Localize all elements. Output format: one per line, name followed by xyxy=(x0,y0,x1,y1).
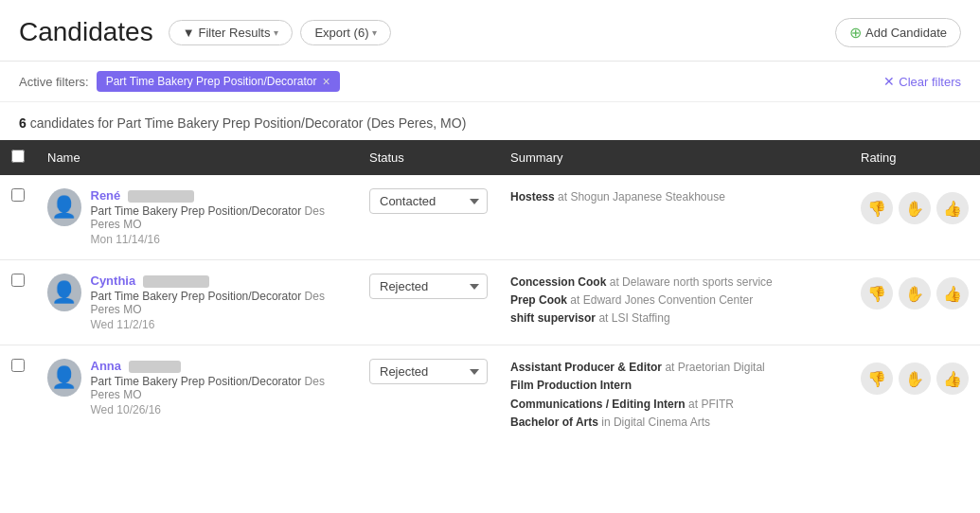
thumbs-up-button[interactable]: 👍 xyxy=(936,277,969,310)
summary-cell: Assistant Producer & Editor at Praetoria… xyxy=(499,345,849,445)
page-title: Candidates xyxy=(19,17,153,47)
person-icon: 👤 xyxy=(51,195,77,220)
th-summary: Summary xyxy=(499,140,849,175)
candidate-info: René Part Time Bakery Prep Position/Deco… xyxy=(91,188,347,246)
candidate-location: Des Peres MO xyxy=(91,204,325,231)
thumbs-down-button[interactable]: 👎 xyxy=(861,192,893,224)
rating-cell: 👎 ✋ 👍 xyxy=(849,175,980,260)
avatar: 👤 xyxy=(47,359,81,397)
candidate-cell: 👤 Cynthia Part Time Bakery Prep Position… xyxy=(36,260,358,345)
export-button[interactable]: Export (6) ▾ xyxy=(300,20,391,45)
table-row: 👤 Anna Part Time Bakery Prep Position/De… xyxy=(0,345,980,445)
status-cell: ContactedRejectedAppliedInterviewOfferHi… xyxy=(358,260,499,345)
filter-tag-remove-button[interactable]: × xyxy=(322,74,330,89)
page-header: Candidates ▼ Filter Results ▾ Export (6)… xyxy=(0,0,980,62)
summary-line: Bachelor of Arts in Digital Cinema Arts xyxy=(510,414,838,432)
results-count: 6 candidates for Part Time Bakery Prep P… xyxy=(0,102,980,140)
candidate-info: Cynthia Part Time Bakery Prep Position/D… xyxy=(91,274,347,331)
neutral-button[interactable]: ✋ xyxy=(899,192,931,224)
active-filter-tag: Part Time Bakery Prep Position/Decorator… xyxy=(97,71,340,92)
row-checkbox[interactable] xyxy=(11,188,25,202)
summary-job-title: Hostess xyxy=(510,190,555,203)
candidate-date: Mon 11/14/16 xyxy=(91,233,347,246)
row-checkbox[interactable] xyxy=(11,359,25,372)
candidates-table: Name Status Summary Rating 👤 René xyxy=(0,140,980,445)
filters-bar: Active filters: Part Time Bakery Prep Po… xyxy=(0,62,980,102)
candidate-position: Part Time Bakery Prep Position/Decorator… xyxy=(91,204,347,231)
neutral-button[interactable]: ✋ xyxy=(899,277,931,310)
th-name: Name xyxy=(36,140,358,175)
summary-company: Shogun Japanese Steakhouse xyxy=(570,190,724,203)
row-checkbox-cell xyxy=(0,260,36,345)
candidate-lastname-blur xyxy=(143,275,209,288)
candidate-name[interactable]: Cynthia xyxy=(91,274,347,288)
status-cell: ContactedRejectedAppliedInterviewOfferHi… xyxy=(358,345,499,445)
candidate-name[interactable]: Anna xyxy=(91,359,347,373)
candidate-lastname-blur xyxy=(128,190,194,203)
candidate-position: Part Time Bakery Prep Position/Decorator… xyxy=(91,290,347,316)
table-row: 👤 Cynthia Part Time Bakery Prep Position… xyxy=(0,260,980,345)
chevron-down-icon: ▾ xyxy=(372,27,377,38)
candidate-info: Anna Part Time Bakery Prep Position/Deco… xyxy=(91,359,347,416)
add-candidate-button[interactable]: ⊕ Add Candidate xyxy=(835,18,961,47)
person-icon: 👤 xyxy=(51,365,77,390)
status-select[interactable]: ContactedRejectedAppliedInterviewOfferHi… xyxy=(369,274,488,299)
th-checkbox xyxy=(0,140,36,175)
candidate-lastname-blur xyxy=(129,361,181,373)
thumbs-up-button[interactable]: 👍 xyxy=(936,192,969,224)
candidate-name[interactable]: René xyxy=(91,188,347,203)
candidate-location: Des Peres MO xyxy=(91,290,325,316)
table-header-row: Name Status Summary Rating xyxy=(0,140,980,175)
status-select[interactable]: ContactedRejectedAppliedInterviewOfferHi… xyxy=(369,359,488,384)
row-checkbox-cell xyxy=(0,175,36,260)
candidate-cell: 👤 René Part Time Bakery Prep Position/De… xyxy=(36,175,358,260)
candidate-cell: 👤 Anna Part Time Bakery Prep Position/De… xyxy=(36,345,358,445)
clear-x-icon: ✕ xyxy=(883,74,895,89)
candidate-date: Wed 11/2/16 xyxy=(91,318,347,331)
chevron-down-icon: ▾ xyxy=(274,27,278,38)
candidate-position: Part Time Bakery Prep Position/Decorator… xyxy=(91,375,347,401)
summary-line: Prep Cook at Edward Jones Convention Cen… xyxy=(510,292,838,310)
row-checkbox[interactable] xyxy=(11,274,25,287)
thumbs-down-button[interactable]: 👎 xyxy=(861,363,893,395)
status-cell: ContactedRejectedAppliedInterviewOfferHi… xyxy=(358,175,499,260)
candidate-location: Des Peres MO xyxy=(91,375,325,401)
th-rating: Rating xyxy=(849,140,980,175)
th-status: Status xyxy=(358,140,499,175)
summary-line: Assistant Producer & Editor at Praetoria… xyxy=(510,359,838,377)
avatar: 👤 xyxy=(47,274,81,311)
filter-tag-text: Part Time Bakery Prep Position/Decorator xyxy=(106,75,317,88)
clear-filters-button[interactable]: ✕ Clear filters xyxy=(883,74,961,89)
plus-icon: ⊕ xyxy=(849,24,862,42)
summary-cell: Concession Cook at Delaware north sports… xyxy=(499,260,849,345)
summary-line: Communications / Editing Intern at PFITR xyxy=(510,396,838,414)
summary-line: shift supervisor at LSI Staffing xyxy=(510,310,838,327)
filters-label: Active filters: xyxy=(19,75,89,89)
table-row: 👤 René Part Time Bakery Prep Position/De… xyxy=(0,175,980,260)
summary-cell: Hostess at Shogun Japanese Steakhouse xyxy=(499,175,849,260)
rating-cell: 👎 ✋ 👍 xyxy=(849,345,980,445)
candidate-date: Wed 10/26/16 xyxy=(91,403,347,416)
avatar: 👤 xyxy=(47,188,81,226)
thumbs-down-button[interactable]: 👎 xyxy=(861,277,893,310)
select-all-checkbox[interactable] xyxy=(11,150,25,163)
summary-line: Concession Cook at Delaware north sports… xyxy=(510,274,838,292)
filter-results-button[interactable]: ▼ Filter Results ▾ xyxy=(169,20,294,45)
rating-cell: 👎 ✋ 👍 xyxy=(849,260,980,345)
row-checkbox-cell xyxy=(0,345,36,445)
person-icon: 👤 xyxy=(51,280,77,305)
filter-icon: ▼ xyxy=(183,26,195,40)
status-select[interactable]: ContactedRejectedAppliedInterviewOfferHi… xyxy=(369,188,488,214)
neutral-button[interactable]: ✋ xyxy=(899,363,931,395)
thumbs-up-button[interactable]: 👍 xyxy=(936,363,969,395)
summary-line: Film Production Intern xyxy=(510,377,838,395)
summary-at: at xyxy=(558,190,567,203)
header-actions: ▼ Filter Results ▾ Export (6) ▾ xyxy=(169,20,392,45)
